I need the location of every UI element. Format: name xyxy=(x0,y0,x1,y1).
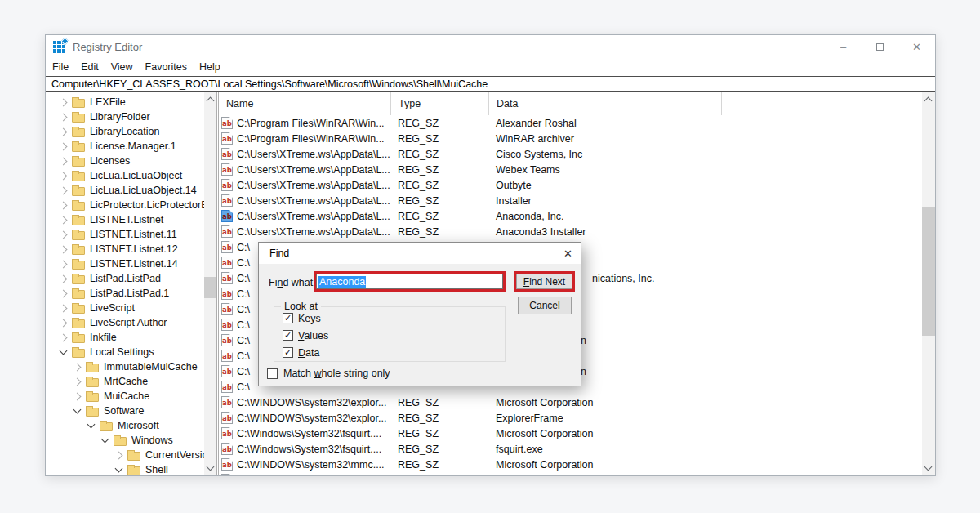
chevron-right-icon[interactable] xyxy=(60,230,68,239)
cancel-button[interactable]: Cancel xyxy=(518,297,572,314)
chevron-down-icon[interactable] xyxy=(60,347,68,355)
tree-item-listnet-listnet[interactable]: LISTNET.Listnet xyxy=(46,212,204,227)
menu-item-edit[interactable]: Edit xyxy=(81,61,99,73)
chevron-right-icon[interactable] xyxy=(60,245,68,253)
checkbox-values[interactable]: ✓ xyxy=(283,330,293,341)
chevron-right-icon[interactable] xyxy=(74,392,82,400)
chevron-right-icon[interactable] xyxy=(60,319,68,327)
table-row[interactable]: C:\WINDOWS\system32\mmc....REG_SZMicroso… xyxy=(219,457,922,472)
value-name-cell: C:\Windows\System32\fsquirt.... xyxy=(219,443,390,455)
menu-item-help[interactable]: Help xyxy=(199,61,220,73)
value-name-cell: C:\Program Files\WinRAR\Win... xyxy=(219,132,390,145)
chevron-right-icon[interactable] xyxy=(60,172,68,180)
tree-item-immutablemuicache[interactable]: ImmutableMuiCache xyxy=(46,359,204,374)
title-bar[interactable]: Registry Editor – ✕ xyxy=(46,35,935,58)
dialog-close-icon[interactable]: ✕ xyxy=(564,248,572,260)
tree-item-muicache[interactable]: MuiCache xyxy=(46,389,204,404)
table-row[interactable]: C:\Program Files\WinRAR\Win...REG_SZWinR… xyxy=(219,131,922,146)
find-dialog-title-bar[interactable]: Find ✕ xyxy=(259,243,581,264)
tree-item-license-manager-1[interactable]: License.Manager.1 xyxy=(46,139,204,154)
scroll-down-icon[interactable] xyxy=(207,463,215,471)
tree-item-currentversion[interactable]: CurrentVersion xyxy=(46,448,204,462)
tree-item-liclua-licluaobject[interactable]: LicLua.LicLuaObject xyxy=(46,168,204,183)
chevron-right-icon[interactable] xyxy=(60,201,68,209)
table-row[interactable]: C:\Users\XTreme.ws\AppData\L...REG_SZAna… xyxy=(219,208,922,224)
menu-item-file[interactable]: File xyxy=(52,61,69,73)
chevron-right-icon[interactable] xyxy=(60,216,68,224)
table-row[interactable]: C:\Windows\System32\fsquirt....REG_SZfsq… xyxy=(219,441,922,457)
tree-item-listpad-listpad[interactable]: ListPad.ListPad xyxy=(46,271,204,286)
table-row[interactable]: C:\WINDOWS\system32\explor...REG_SZExplo… xyxy=(219,410,922,426)
tree-item-libraryfolder[interactable]: LibraryFolder xyxy=(46,109,204,124)
scroll-down-icon[interactable] xyxy=(924,463,933,471)
chevron-right-icon[interactable] xyxy=(60,98,68,106)
column-header-data[interactable]: Data xyxy=(488,92,722,115)
table-row[interactable]: C:\WINDOWS\system32\mmc....REG_SZMicroso… xyxy=(219,472,922,475)
chevron-right-icon[interactable] xyxy=(60,260,68,268)
chevron-right-icon[interactable] xyxy=(60,304,68,312)
tree-item-local-settings[interactable]: Local Settings xyxy=(46,345,204,359)
chevron-down-icon[interactable] xyxy=(87,421,96,429)
find-what-input[interactable]: Anaconda xyxy=(316,274,503,289)
tree-item-librarylocation[interactable]: LibraryLocation xyxy=(46,124,204,139)
table-row[interactable]: C:\WINDOWS\system32\explor...REG_SZMicro… xyxy=(219,395,922,410)
chevron-right-icon[interactable] xyxy=(74,363,82,371)
tree-item-licenses[interactable]: Licenses xyxy=(46,154,204,168)
tree-item-shell[interactable]: Shell xyxy=(46,462,204,475)
table-row[interactable]: C:\Program Files\WinRAR\Win...REG_SZAlex… xyxy=(219,115,922,131)
menu-item-favorites[interactable]: Favorites xyxy=(145,61,187,73)
tree-item-microsoft[interactable]: Microsoft xyxy=(46,418,204,433)
tree-item-livescript[interactable]: LiveScript xyxy=(46,301,204,315)
tree-scrollbar[interactable] xyxy=(204,92,216,475)
checkbox-label: Data xyxy=(298,347,319,359)
chevron-right-icon[interactable] xyxy=(60,113,68,121)
address-bar[interactable]: Computer\HKEY_CLASSES_ROOT\Local Setting… xyxy=(46,76,935,92)
table-row[interactable]: C:\Users\XTreme.ws\AppData\L...REG_SZCis… xyxy=(219,146,922,162)
checkbox-data[interactable]: ✓ xyxy=(283,347,293,358)
tree-item-inkfile[interactable]: Inkfile xyxy=(46,330,204,345)
column-header-type[interactable]: Type xyxy=(390,92,488,115)
table-row[interactable]: C:\Users\XTreme.ws\AppData\L...REG_SZAna… xyxy=(219,224,922,239)
tree-item-listnet-listnet-12[interactable]: LISTNET.Listnet.12 xyxy=(46,242,204,256)
tree-item-licprotector-licprotectorexe5[interactable]: LicProtector.LicProtectorEXE5 xyxy=(46,198,204,212)
scroll-up-icon[interactable] xyxy=(207,97,215,105)
chevron-right-icon[interactable] xyxy=(60,274,68,283)
chevron-down-icon[interactable] xyxy=(115,465,123,473)
table-row[interactable]: C:\Users\XTreme.ws\AppData\L...REG_SZOut… xyxy=(219,177,922,193)
menu-item-view[interactable]: View xyxy=(111,61,133,73)
chevron-right-icon[interactable] xyxy=(60,157,68,165)
chevron-right-icon[interactable] xyxy=(60,127,68,136)
match-whole-checkbox[interactable] xyxy=(267,368,278,379)
maximize-button[interactable] xyxy=(862,35,898,58)
tree-item-listnet-listnet-14[interactable]: LISTNET.Listnet.14 xyxy=(46,256,204,271)
close-button[interactable]: ✕ xyxy=(898,35,935,58)
scroll-up-icon[interactable] xyxy=(924,97,933,105)
tree-item-listnet-listnet-11[interactable]: LISTNET.Listnet.11 xyxy=(46,227,204,242)
tree-item-livescript-author[interactable]: LiveScript Author xyxy=(46,315,204,330)
chevron-right-icon[interactable] xyxy=(115,451,123,459)
tree-item-lexfile[interactable]: LEXFile xyxy=(46,95,204,109)
tree-item-software[interactable]: Software xyxy=(46,404,204,418)
chevron-right-icon[interactable] xyxy=(60,142,68,150)
chevron-right-icon[interactable] xyxy=(60,186,68,194)
chevron-right-icon[interactable] xyxy=(74,377,82,386)
find-next-button[interactable]: Find Next xyxy=(516,274,572,289)
table-row[interactable]: C:\Users\XTreme.ws\AppData\L...REG_SZIns… xyxy=(219,193,922,208)
tree-item-mrtcache[interactable]: MrtCache xyxy=(46,374,204,389)
minimize-button[interactable]: – xyxy=(825,35,862,58)
chevron-right-icon[interactable] xyxy=(60,289,68,297)
chevron-right-icon[interactable] xyxy=(60,333,68,341)
tree-item-listpad-listpad-1[interactable]: ListPad.ListPad.1 xyxy=(46,286,204,301)
tree-scrollbar-thumb[interactable] xyxy=(204,277,216,298)
table-row[interactable]: C:\Users\XTreme.ws\AppData\L...REG_SZWeb… xyxy=(219,162,922,177)
tree-item-liclua-licluaobject-14[interactable]: LicLua.LicLuaObject.14 xyxy=(46,183,204,198)
table-row[interactable]: C:\Windows\System32\fsquirt....REG_SZMic… xyxy=(219,426,922,441)
column-header-name[interactable]: Name xyxy=(219,92,390,115)
chevron-down-icon[interactable] xyxy=(74,406,82,414)
tree-item-label: ImmutableMuiCache xyxy=(104,361,198,372)
tree-item-windows[interactable]: Windows xyxy=(46,433,204,448)
checkbox-keys[interactable]: ✓ xyxy=(283,313,293,323)
chevron-down-icon[interactable] xyxy=(101,435,109,444)
list-scrollbar-thumb[interactable] xyxy=(922,207,935,336)
list-scrollbar[interactable] xyxy=(922,92,935,475)
